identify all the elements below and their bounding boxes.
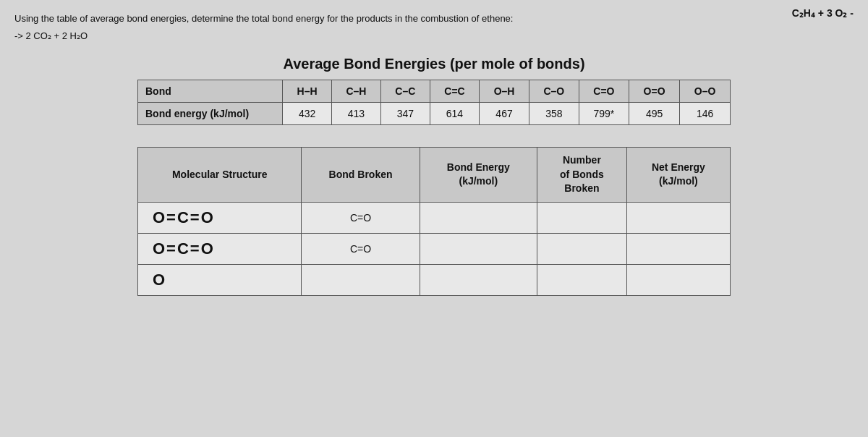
mol-col-net-energy: Net Energy(kJ/mol) [626,148,730,203]
col-cc: C–C [380,80,430,103]
net-energy-2 [626,233,730,264]
mol-struct-3: O [138,264,302,295]
val-oo: 146 [680,103,731,125]
mol-row-2: O=C=O C=O [138,233,731,264]
mol-struct-2: O=C=O [138,233,302,264]
mol-col-structure: Molecular Structure [138,148,302,203]
mol-col-num-bonds: Numberof BondsBroken [537,148,626,203]
table-row: Bond energy (kJ/mol) 432 413 347 614 467… [138,103,731,125]
col-oo: O–O [680,80,731,103]
mol-col-bond-energy: Bond Energy(kJ/mol) [420,148,537,203]
col-bond: Bond [138,80,283,103]
row-label: Bond energy (kJ/mol) [138,103,283,125]
val-c2c: 614 [430,103,479,125]
intro-line1: Using the table of average bond energies… [14,12,854,26]
bond-energy-3 [420,264,537,295]
col-ch: C–H [332,80,381,103]
num-bonds-3 [537,264,626,295]
col-oh: O–H [480,80,529,103]
net-energy-1 [626,202,730,233]
bond-broken-1: C=O [302,202,420,233]
val-co: 358 [529,103,579,125]
bond-broken-3 [302,264,420,295]
top-right-label: C₂H₄ + 3 O₂ - [792,7,854,19]
mol-row-1: O=C=O C=O [138,202,731,233]
mol-struct-1: O=C=O [138,202,302,233]
val-oh: 467 [480,103,529,125]
val-hh: 432 [283,103,332,125]
intro-line2: -> 2 CO₂ + 2 H₂O [14,29,854,43]
val-ch: 413 [332,103,381,125]
mol-row-3: O [138,264,731,295]
val-cc: 347 [380,103,430,125]
bond-broken-2: C=O [302,233,420,264]
bond-table-title: Average Bond Energies (per mole of bonds… [14,56,854,72]
mol-col-bond-broken: Bond Broken [302,148,420,203]
bond-energies-table: Bond H–H C–H C–C C=C O–H C–O C=O O=O O–O… [137,80,731,125]
col-co: C–O [529,80,579,103]
col-c2o: C=O [579,80,629,103]
num-bonds-2 [537,233,626,264]
col-c2c: C=C [430,80,479,103]
val-o2o: 495 [629,103,680,125]
num-bonds-1 [537,202,626,233]
col-o2o: O=O [629,80,680,103]
molecular-structure-table: Molecular Structure Bond Broken Bond Ene… [137,147,731,296]
col-hh: H–H [283,80,332,103]
val-c2o: 799* [579,103,629,125]
net-energy-3 [626,264,730,295]
bond-energy-1 [420,202,537,233]
bond-energy-2 [420,233,537,264]
